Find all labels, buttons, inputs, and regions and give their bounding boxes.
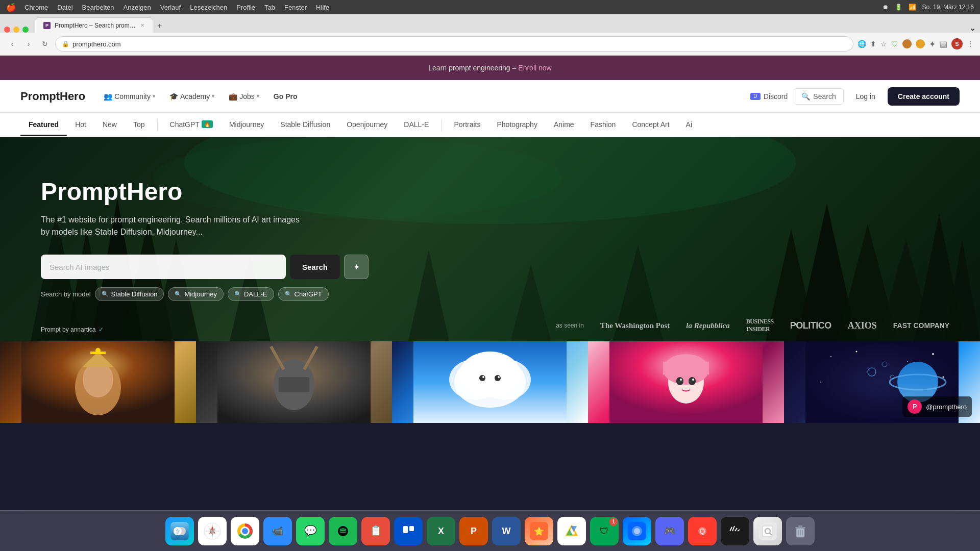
filter-tab-stablediffusion[interactable]: Stable Diffusion — [272, 114, 338, 136]
hero-search-button[interactable]: Search — [290, 255, 340, 279]
dock-trash[interactable] — [786, 517, 815, 545]
top-banner: Learn prompt engineering – Enroll now — [0, 56, 980, 80]
mac-menu-lesezeichen[interactable]: Lesezeichen — [190, 4, 227, 11]
filter-tab-anime[interactable]: Anime — [546, 114, 582, 136]
refresh-button[interactable]: ↻ — [39, 38, 51, 50]
login-button[interactable]: Log in — [850, 88, 881, 105]
bookmark-icon[interactable]: ☆ — [880, 40, 887, 48]
filter-tab-featured[interactable]: Featured — [20, 114, 67, 136]
model-tag-midjourney[interactable]: 🔍 Midjourney — [168, 287, 224, 301]
ext-icon-2[interactable] — [916, 39, 925, 48]
gallery-thumb-3[interactable] — [392, 341, 588, 423]
mac-menu-hilfe[interactable]: Hilfe — [316, 4, 329, 11]
dock-zoom[interactable]: 📹 — [263, 517, 292, 545]
address-input[interactable]: 🔒 prompthero.com — [55, 36, 853, 52]
mac-titlebar: 🍎 Chrome Datei Bearbeiten Anzeigen Verla… — [0, 0, 980, 14]
ext-icon-1[interactable] — [902, 39, 912, 48]
filter-tab-hot[interactable]: Hot — [67, 114, 94, 136]
community-icon: 👥 — [104, 92, 112, 101]
dock-audiojungle[interactable] — [721, 517, 749, 545]
mac-menu-profile[interactable]: Profile — [236, 4, 255, 11]
dock-qreate[interactable]: Q — [688, 517, 717, 545]
ai-generate-button[interactable]: ✦ — [344, 255, 369, 279]
dock-excel[interactable]: X — [427, 517, 455, 545]
mac-menu-tab[interactable]: Tab — [264, 4, 275, 11]
brand-logo[interactable]: PromptHero — [20, 90, 85, 103]
svg-rect-78 — [403, 526, 408, 533]
new-tab-button[interactable]: + — [153, 19, 166, 33]
filter-tab-photography[interactable]: Photography — [489, 114, 546, 136]
svg-text:W: W — [502, 526, 511, 536]
nav-search-button[interactable]: 🔍 Search — [794, 88, 843, 105]
discord-button[interactable]: D Discord — [750, 92, 788, 101]
dock-kaspersky[interactable]: 🛡 1 — [590, 517, 619, 545]
tab-close-button[interactable]: ✕ — [140, 22, 144, 28]
filter-tabs: Featured Hot New Top ChatGPT 🔥 Midjourne… — [0, 113, 980, 137]
dock-finder[interactable]: :) — [165, 517, 194, 545]
mac-menu-verlauf[interactable]: Verlauf — [160, 4, 181, 11]
mac-menu-bearbeiten[interactable]: Bearbeiten — [82, 4, 114, 11]
model-tag-stablediffusion[interactable]: 🔍 Stable Diffusion — [95, 287, 164, 301]
filter-tab-conceptart[interactable]: Concept Art — [624, 114, 677, 136]
window-close[interactable] — [4, 27, 10, 33]
dock-reeder[interactable]: ⭐ — [525, 517, 553, 545]
dock-whatsapp[interactable]: 💬 — [296, 517, 325, 545]
filter-tab-ai[interactable]: Ai — [678, 114, 700, 136]
dock-safari[interactable] — [198, 517, 227, 545]
nav-community-label: Community — [114, 92, 151, 101]
dock-discord[interactable]: 🎮 — [655, 517, 684, 545]
nav-jobs[interactable]: 💼 Jobs ▾ — [223, 88, 265, 105]
mac-menu-chrome[interactable]: Chrome — [24, 4, 48, 11]
svg-rect-77 — [399, 522, 418, 540]
dock-googledrive[interactable] — [557, 517, 586, 545]
active-tab[interactable]: P PromptHero – Search prompts... ✕ — [35, 17, 153, 33]
mac-menu-fenster[interactable]: Fenster — [284, 4, 307, 11]
profile-button[interactable]: S — [951, 38, 963, 49]
filter-tab-top[interactable]: Top — [125, 114, 153, 136]
share-icon[interactable]: ⬆ — [870, 40, 876, 48]
social-handle: P @prompthero — [902, 396, 972, 417]
filter-tab-portraits[interactable]: Portraits — [446, 114, 488, 136]
dock-word[interactable]: W — [492, 517, 521, 545]
filter-tab-fashion[interactable]: Fashion — [582, 114, 624, 136]
gallery-thumb-4[interactable] — [588, 341, 784, 423]
tab-collapse-icon[interactable]: ⌄ — [969, 23, 976, 33]
more-options-icon[interactable]: ⋮ — [967, 40, 974, 48]
mac-menu-anzeigen[interactable]: Anzeigen — [124, 4, 151, 11]
gallery-thumb-2[interactable] — [196, 341, 392, 423]
dock-trello[interactable] — [394, 517, 423, 545]
apple-menu[interactable]: 🍎 — [6, 3, 16, 12]
ext-icon-4[interactable]: ▤ — [940, 39, 947, 49]
banner-enroll-link[interactable]: Enroll now — [518, 64, 551, 72]
filter-tab-dalle[interactable]: DALL-E — [396, 114, 437, 136]
translate-icon[interactable]: 🌐 — [857, 40, 866, 48]
model-tag-dalle[interactable]: 🔍 DALL-E — [228, 287, 274, 301]
filter-tab-chatgpt[interactable]: ChatGPT 🔥 — [162, 114, 221, 136]
window-minimize[interactable] — [13, 27, 19, 33]
dock-chrome[interactable] — [231, 517, 259, 545]
gallery-thumb-1[interactable] — [0, 341, 196, 423]
back-button[interactable]: ‹ — [6, 38, 18, 50]
window-maximize[interactable] — [22, 27, 29, 33]
filter-tab-openjourney[interactable]: Openjourney — [338, 114, 396, 136]
nav-community[interactable]: 👥 Community ▾ — [97, 88, 161, 105]
nav-academy[interactable]: 🎓 Academy ▾ — [163, 88, 220, 105]
dock-spotify[interactable] — [329, 517, 357, 545]
model-tag-chatgpt[interactable]: 🔍 ChatGPT — [278, 287, 329, 301]
model-search-icon: 🔍 — [102, 291, 109, 297]
filter-tab-midjourney[interactable]: Midjourney — [221, 114, 272, 136]
mac-menu-datei[interactable]: Datei — [57, 4, 72, 11]
svg-point-47 — [907, 361, 908, 362]
academy-icon: 🎓 — [169, 92, 178, 101]
dock-todolist[interactable]: 📋 — [361, 517, 390, 545]
dock-preview[interactable] — [753, 517, 782, 545]
forward-button[interactable]: › — [22, 38, 35, 50]
create-account-button[interactable]: Create account — [888, 87, 960, 106]
hero-search-input[interactable] — [41, 255, 286, 279]
filter-tab-new[interactable]: New — [94, 114, 125, 136]
ext-icon-3[interactable]: ✦ — [929, 39, 936, 49]
svg-text:P: P — [471, 526, 477, 536]
nav-gopro[interactable]: Go Pro — [267, 88, 304, 105]
dock-powerpoint[interactable]: P — [459, 517, 488, 545]
dock-mercury[interactable] — [623, 517, 651, 545]
